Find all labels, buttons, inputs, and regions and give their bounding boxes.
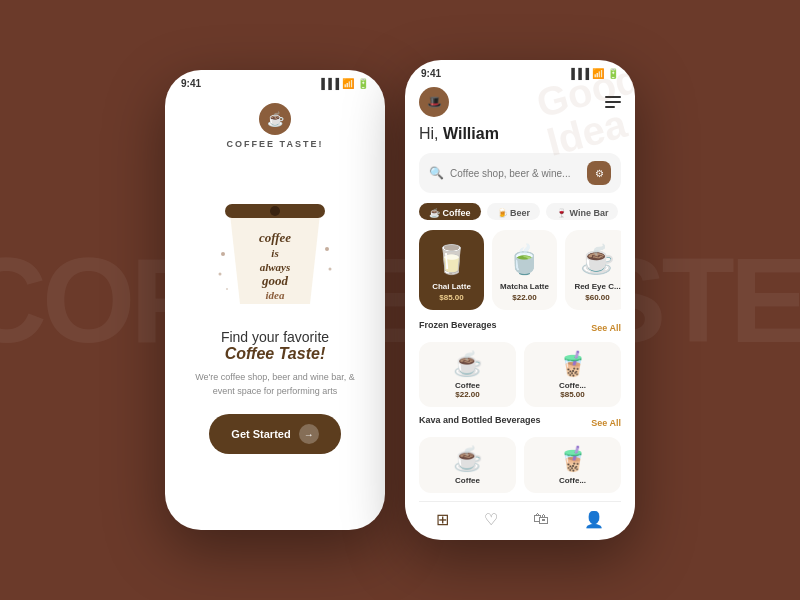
nav-home[interactable]: ⊞ xyxy=(436,510,449,529)
featured-row: 🥛 Chai Latte $85.00 🍵 Matcha Latte $22.0… xyxy=(419,230,621,310)
kava-row: ☕ Coffee 🧋 Coffe... xyxy=(419,437,621,493)
kava-section-label: Kava and Bottled Beverages xyxy=(419,415,541,425)
arrow-icon: → xyxy=(299,424,319,444)
kava-see-all[interactable]: See All xyxy=(591,418,621,428)
product-chai-latte[interactable]: 🥛 Chai Latte $85.00 xyxy=(419,230,484,310)
get-started-label: Get Started xyxy=(231,428,290,440)
status-bar-1: 9:41 ▐▐▐ 📶 🔋 xyxy=(165,70,385,93)
tab-wine[interactable]: 🍷 Wine Bar xyxy=(546,203,618,220)
get-started-button[interactable]: Get Started → xyxy=(209,414,340,454)
status-icons-2: ▐▐▐ 📶 🔋 xyxy=(568,68,619,79)
svg-point-7 xyxy=(221,252,225,256)
matcha-latte-price: $22.00 xyxy=(512,293,536,302)
heart-icon: ♡ xyxy=(484,510,498,529)
product-red-eye[interactable]: ☕ Red Eye C... $60.00 xyxy=(565,230,621,310)
home-header: 🎩 xyxy=(419,83,621,117)
search-icon: 🔍 xyxy=(429,166,444,180)
matcha-latte-img: 🍵 xyxy=(505,240,545,278)
menu-line xyxy=(605,106,615,108)
frozen-section-label: Frozen Beverages xyxy=(419,320,497,330)
greeting-prefix: Hi, xyxy=(419,125,443,142)
phones-container: 9:41 ▐▐▐ 📶 🔋 ☕ COFFEE TASTE! xyxy=(165,60,635,540)
phone-splash: 9:41 ▐▐▐ 📶 🔋 ☕ COFFEE TASTE! xyxy=(165,70,385,530)
kava2-name: Coffe... xyxy=(559,476,586,485)
menu-button[interactable] xyxy=(605,96,621,108)
bag-icon: 🛍 xyxy=(533,510,549,528)
filter-button[interactable]: ⚙ xyxy=(587,161,611,185)
coffee1-img: ☕ xyxy=(453,350,483,378)
nav-favorites[interactable]: ♡ xyxy=(484,510,498,529)
logo-area: ☕ COFFEE TASTE! xyxy=(227,103,324,149)
tagline-find: Find your favorite xyxy=(221,329,329,345)
home-content: 🎩 Hi, William 🔍 ⚙ ☕ Coffee 🍺 Beer 🍷 Wine… xyxy=(405,83,635,533)
kava-section-header: Kava and Bottled Beverages See All xyxy=(419,415,621,431)
coffee2-name: Coffe... xyxy=(559,381,586,390)
nav-cart[interactable]: 🛍 xyxy=(533,510,549,529)
tab-beer[interactable]: 🍺 Beer xyxy=(487,203,541,220)
matcha-latte-name: Matcha Latte xyxy=(500,282,549,291)
time-1: 9:41 xyxy=(181,78,201,89)
svg-point-11 xyxy=(226,288,228,290)
coffee2-img: 🧋 xyxy=(558,350,588,378)
coffee2-price: $85.00 xyxy=(560,390,584,399)
logo-icon: ☕ xyxy=(259,103,291,135)
frozen-see-all[interactable]: See All xyxy=(591,323,621,333)
svg-point-10 xyxy=(329,268,332,271)
red-eye-name: Red Eye C... xyxy=(574,282,620,291)
greeting: Hi, William xyxy=(419,125,621,143)
svg-point-1 xyxy=(270,206,280,216)
product-kava-1[interactable]: ☕ Coffee xyxy=(419,437,516,493)
tagline-brand: Coffee Taste! xyxy=(221,345,329,363)
avatar: 🎩 xyxy=(419,87,449,117)
red-eye-price: $60.00 xyxy=(585,293,609,302)
svg-text:coffee: coffee xyxy=(259,230,291,245)
phone-home: GoodIdea 9:41 ▐▐▐ 📶 🔋 🎩 Hi, William xyxy=(405,60,635,540)
kava2-img: 🧋 xyxy=(558,445,588,473)
status-icons-1: ▐▐▐ 📶 🔋 xyxy=(318,78,369,89)
splash-description: We're coffee shop, beer and wine bar, & … xyxy=(185,371,365,398)
category-tabs: ☕ Coffee 🍺 Beer 🍷 Wine Bar 🎵 xyxy=(419,203,621,220)
kava1-img: ☕ xyxy=(453,445,483,473)
greeting-name: William xyxy=(443,125,499,142)
svg-text:idea: idea xyxy=(266,289,285,301)
coffee1-name: Coffee xyxy=(455,381,480,390)
coffee1-price: $22.00 xyxy=(455,390,479,399)
person-icon: 👤 xyxy=(584,510,604,529)
bottom-nav: ⊞ ♡ 🛍 👤 xyxy=(419,501,621,533)
product-coffee-2[interactable]: 🧋 Coffe... $85.00 xyxy=(524,342,621,407)
svg-point-9 xyxy=(219,273,222,276)
kava1-name: Coffee xyxy=(455,476,480,485)
coffee-art-svg: coffee is always good idea xyxy=(205,164,345,324)
svg-point-8 xyxy=(325,247,329,251)
red-eye-img: ☕ xyxy=(578,240,618,278)
logo-text: COFFEE TASTE! xyxy=(227,139,324,149)
tab-coffee[interactable]: ☕ Coffee xyxy=(419,203,481,220)
coffee-art: coffee is always good idea xyxy=(205,164,345,324)
search-input[interactable] xyxy=(450,168,581,179)
chai-latte-price: $85.00 xyxy=(439,293,463,302)
product-coffee-1[interactable]: ☕ Coffee $22.00 xyxy=(419,342,516,407)
svg-text:good: good xyxy=(261,273,289,288)
search-bar[interactable]: 🔍 ⚙ xyxy=(419,153,621,193)
nav-profile[interactable]: 👤 xyxy=(584,510,604,529)
product-matcha-latte[interactable]: 🍵 Matcha Latte $22.00 xyxy=(492,230,557,310)
splash-content: ☕ COFFEE TASTE! coffee is always good xyxy=(165,93,385,523)
product-kava-2[interactable]: 🧋 Coffe... xyxy=(524,437,621,493)
splash-tagline: Find your favorite Coffee Taste! xyxy=(221,329,329,363)
chai-latte-name: Chai Latte xyxy=(432,282,471,291)
frozen-row: ☕ Coffee $22.00 🧋 Coffe... $85.00 xyxy=(419,342,621,407)
frozen-section-header: Frozen Beverages See All xyxy=(419,320,621,336)
chai-latte-img: 🥛 xyxy=(432,240,472,278)
status-bar-2: 9:41 ▐▐▐ 📶 🔋 xyxy=(405,60,635,83)
svg-text:is: is xyxy=(271,247,278,259)
menu-line xyxy=(605,101,621,103)
home-icon: ⊞ xyxy=(436,510,449,529)
svg-text:always: always xyxy=(260,261,291,273)
menu-line xyxy=(605,96,621,98)
time-2: 9:41 xyxy=(421,68,441,79)
